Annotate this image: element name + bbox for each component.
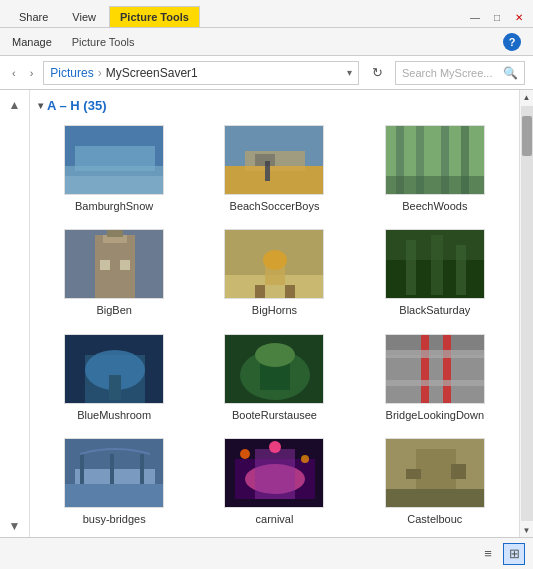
thumbnail-label: carnival <box>256 512 294 526</box>
list-item[interactable]: BamburghSnow <box>38 121 190 217</box>
list-item[interactable]: BlueMushroom <box>38 330 190 426</box>
scroll-down-arrow[interactable]: ▼ <box>520 523 534 537</box>
breadcrumb-current: MyScreenSaver1 <box>106 66 198 80</box>
svg-rect-42 <box>421 335 429 404</box>
thumbnail-label: Castelbouc <box>407 512 462 526</box>
main-area: ▲ ▼ ▾ A – H (35) BamburghSnow <box>0 90 533 537</box>
list-item[interactable]: BeechWoods <box>359 121 511 217</box>
thumbnail-carnival <box>224 438 324 508</box>
search-icon: 🔍 <box>503 66 518 80</box>
svg-rect-25 <box>255 285 265 299</box>
svg-rect-19 <box>100 260 110 270</box>
svg-point-24 <box>263 250 287 270</box>
tiles-view-button[interactable]: ⊞ <box>503 543 525 565</box>
scroll-track[interactable] <box>521 106 533 521</box>
address-bar: ‹ › Pictures › MyScreenSaver1 ▾ ↻ Search… <box>0 56 533 90</box>
refresh-icon: ↻ <box>372 65 383 80</box>
svg-rect-62 <box>406 469 421 479</box>
search-box[interactable]: Search MyScree... 🔍 <box>395 61 525 85</box>
scroll-thumb[interactable] <box>522 116 532 156</box>
svg-point-39 <box>255 343 295 367</box>
picture-tools-label: Picture Tools <box>72 36 135 48</box>
back-button[interactable]: ‹ <box>8 65 20 81</box>
thumbnail-label: BlueMushroom <box>77 408 151 422</box>
thumbnail-bridgelookingdown <box>385 334 485 404</box>
list-item[interactable]: Castelbouc <box>359 434 511 530</box>
list-item[interactable]: BlackSaturday <box>359 225 511 321</box>
list-view-button[interactable]: ≡ <box>477 543 499 565</box>
list-item[interactable]: BigHorns <box>198 225 350 321</box>
thumbnail-label: BridgeLookingDown <box>386 408 484 422</box>
tab-picture-tools[interactable]: Picture Tools <box>109 6 200 27</box>
svg-rect-14 <box>386 176 485 195</box>
svg-rect-30 <box>431 235 443 295</box>
thumbnail-bighorns <box>224 229 324 299</box>
list-item[interactable]: BooteRurstausee <box>198 330 350 426</box>
group-label: A – H (35) <box>47 98 106 113</box>
thumbnail-label: BlackSaturday <box>399 303 470 317</box>
thumbnail-castelbouc <box>385 438 485 508</box>
svg-rect-41 <box>386 355 485 404</box>
svg-rect-2 <box>75 146 155 171</box>
svg-rect-26 <box>285 285 295 299</box>
nav-up-arrow[interactable]: ▲ <box>5 94 25 116</box>
thumbnail-label: BigBen <box>96 303 131 317</box>
svg-rect-18 <box>107 230 123 237</box>
breadcrumb[interactable]: Pictures › MyScreenSaver1 ▾ <box>43 61 359 85</box>
close-button[interactable]: ✕ <box>509 7 529 27</box>
svg-rect-43 <box>443 335 451 404</box>
breadcrumb-dropdown-icon[interactable]: ▾ <box>347 67 352 78</box>
svg-rect-51 <box>140 454 144 484</box>
svg-rect-20 <box>120 260 130 270</box>
svg-rect-35 <box>109 375 121 400</box>
svg-rect-47 <box>65 484 164 508</box>
scroll-up-arrow[interactable]: ▲ <box>520 90 534 104</box>
refresh-button[interactable]: ↻ <box>365 61 389 85</box>
thumbnail-bigben <box>64 229 164 299</box>
group-header[interactable]: ▾ A – H (35) <box>38 98 511 113</box>
forward-button[interactable]: › <box>26 65 38 81</box>
help-button[interactable]: ? <box>503 33 521 51</box>
thumbnail-booterustausee <box>224 334 324 404</box>
svg-rect-45 <box>386 380 485 386</box>
thumbnail-label: BamburghSnow <box>75 199 153 213</box>
svg-point-58 <box>269 441 281 453</box>
list-item[interactable]: BridgeLookingDown <box>359 330 511 426</box>
list-item[interactable]: BigBen <box>38 225 190 321</box>
tab-share[interactable]: Share <box>8 6 59 27</box>
svg-point-57 <box>301 455 309 463</box>
svg-rect-49 <box>80 454 84 484</box>
list-item[interactable]: carnival <box>198 434 350 530</box>
right-scrollbar[interactable]: ▲ ▼ <box>519 90 533 537</box>
thumbnail-label: busy-bridges <box>83 512 146 526</box>
search-placeholder: Search MyScree... <box>402 67 492 79</box>
ribbon-tabs: Share View Picture Tools — □ ✕ <box>0 0 533 27</box>
svg-rect-55 <box>255 449 295 499</box>
svg-rect-31 <box>456 245 466 295</box>
thumbnail-label: BeachSoccerBoys <box>230 199 320 213</box>
tiles-view-icon: ⊞ <box>509 546 520 561</box>
breadcrumb-root[interactable]: Pictures <box>50 66 93 80</box>
list-item[interactable]: BeachSoccerBoys <box>198 121 350 217</box>
title-bar: Share View Picture Tools — □ ✕ Manage Pi… <box>0 0 533 56</box>
thumbnail-label: BigHorns <box>252 303 297 317</box>
svg-point-56 <box>240 449 250 459</box>
thumbnail-bamburghsnow <box>64 125 164 195</box>
thumbnail-bluemushroom <box>64 334 164 404</box>
svg-rect-50 <box>110 454 114 484</box>
manage-tab-button[interactable]: Manage <box>12 36 52 48</box>
thumbnail-blacksaturday <box>385 229 485 299</box>
left-nav: ▲ ▼ <box>0 90 30 537</box>
maximize-button[interactable]: □ <box>487 7 507 27</box>
nav-down-arrow[interactable]: ▼ <box>5 515 25 537</box>
list-item[interactable]: busy-bridges <box>38 434 190 530</box>
thumbnail-label: BooteRurstausee <box>232 408 317 422</box>
tab-view[interactable]: View <box>61 6 107 27</box>
svg-rect-3 <box>65 176 164 195</box>
svg-rect-8 <box>255 154 275 166</box>
thumbnail-label: BeechWoods <box>402 199 467 213</box>
status-bar: ≡ ⊞ <box>0 537 533 569</box>
svg-rect-61 <box>386 489 485 508</box>
thumbnail-busybridges <box>64 438 164 508</box>
minimize-button[interactable]: — <box>465 7 485 27</box>
